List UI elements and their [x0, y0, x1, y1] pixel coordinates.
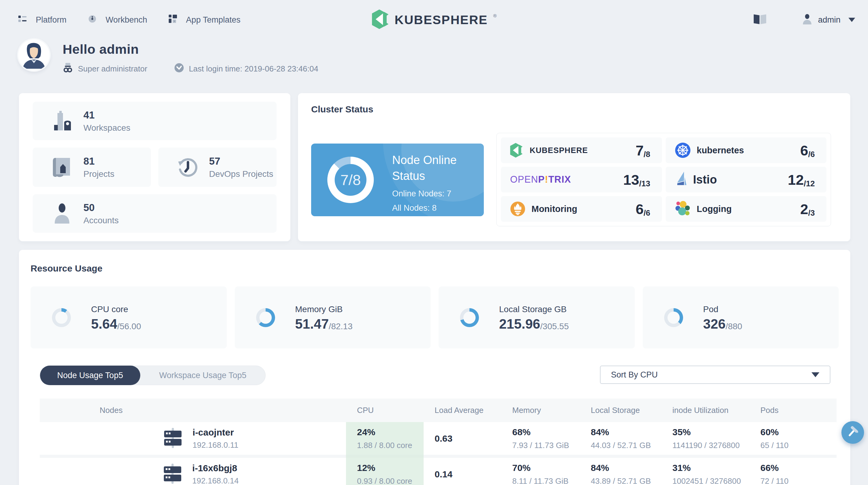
usage-tabs: Node Usage Top5 Workspace Usage Top5	[40, 365, 266, 385]
memory-detail: 8.11 / 11.73 GiB	[512, 477, 580, 485]
greeting-texts: Hello admin Super administrator Last log…	[63, 39, 318, 75]
component-total: /6	[808, 150, 815, 159]
resource-local-storage: Local Storage GB 215.96/305.55	[439, 287, 635, 349]
stat-value: 41	[84, 109, 130, 121]
stat-projects[interactable]: 81 Projects	[33, 148, 151, 187]
stat-label: Projects	[84, 169, 114, 179]
tab-workspace-usage-top5[interactable]: Workspace Usage Top5	[140, 366, 266, 385]
chevron-down-icon	[848, 18, 855, 22]
server-icon	[162, 464, 183, 485]
row-spacer	[40, 455, 837, 458]
ring-total: /56.00	[117, 322, 141, 331]
pods-cell: 66% 72 / 110	[749, 458, 837, 485]
component-count: 2/3	[800, 202, 815, 216]
table-row[interactable]: i-16x6bgj8 192.168.0.14 12% 0.93 / 8.00 …	[40, 458, 837, 485]
workspaces-icon	[48, 111, 76, 131]
cpu-percent: 12%	[357, 463, 424, 473]
node-online-status-panel: 7/8 Node Online Status Online Nodes: 7 A…	[311, 143, 484, 216]
monitoring-icon	[510, 201, 525, 217]
storage-detail: 43.89 / 52.71 GB	[591, 477, 661, 485]
node-status-texts: Node Online Status Online Nodes: 7 All N…	[392, 152, 478, 213]
ring-total: /82.13	[329, 322, 353, 331]
col-pods: Pods	[749, 406, 837, 415]
component-count: 6/6	[636, 202, 650, 216]
stat-devops-projects[interactable]: 57 DevOps Projects	[158, 148, 277, 187]
component-name: Istio	[693, 173, 717, 186]
ring-total: /305.55	[540, 322, 569, 331]
user-role: Super administrator	[63, 62, 147, 75]
ring-value: 51.47	[295, 317, 329, 331]
sort-by-dropdown[interactable]: Sort By CPU	[600, 365, 830, 384]
openpitrix-bang: !	[545, 174, 548, 185]
resource-memory: Memory GiB 51.47/82.13	[235, 287, 431, 349]
ring-value: 326	[703, 317, 725, 331]
ring-value: 215.96	[499, 317, 540, 331]
memory-cell: 70% 8.11 / 11.73 GiB	[501, 458, 580, 485]
component-name: KUBESPHERE	[530, 146, 588, 155]
component-name: Logging	[697, 204, 732, 214]
ring-total: /880	[725, 322, 742, 331]
node-usage-table: Nodes CPU Load Average Memory Local Stor…	[40, 398, 837, 485]
user-icon	[803, 14, 812, 26]
col-nodes: Nodes	[40, 406, 346, 415]
stat-label: Workspaces	[84, 123, 130, 133]
ring-label: CPU core	[91, 304, 141, 314]
ring-label: Memory GiB	[295, 304, 353, 314]
nav-platform[interactable]: Platform	[18, 15, 67, 25]
ring-texts: Pod 326/880	[703, 304, 742, 331]
component-value: 13	[623, 172, 639, 187]
clock-check-icon	[174, 63, 184, 75]
ring-texts: Local Storage GB 215.96/305.55	[499, 304, 569, 331]
documentation-icon[interactable]	[753, 14, 767, 26]
last-login: Last login time: 2019-06-28 23:46:04	[174, 63, 318, 75]
nav-app-templates[interactable]: App Templates	[169, 15, 241, 25]
stat-workspaces[interactable]: 41 Workspaces	[33, 102, 277, 140]
brand-name: KUBESPHERE	[395, 13, 488, 27]
storage-detail: 44.03 / 52.71 GB	[591, 441, 661, 450]
openpitrix-rest: TRIX	[548, 174, 571, 185]
node-status-donut: 7/8	[327, 157, 374, 203]
cpu-cell: 24% 1.88 / 8.00 core	[346, 422, 424, 455]
memory-percent: 70%	[512, 463, 580, 473]
stat-texts: 41 Workspaces	[84, 109, 130, 133]
node-ip: 192.168.0.14	[192, 476, 239, 485]
tab-node-usage-top5[interactable]: Node Usage Top5	[40, 365, 140, 385]
storage-cell: 84% 43.89 / 52.71 GB	[580, 458, 661, 485]
component-total: /13	[639, 179, 650, 188]
node-ip: 192.168.0.11	[192, 441, 238, 450]
stat-texts: 57 DevOps Projects	[209, 156, 273, 179]
component-value: 6	[636, 202, 644, 216]
server-icon	[163, 428, 183, 449]
component-count: 6/6	[800, 143, 815, 158]
component-name: kubernetes	[697, 146, 744, 156]
dashboard-page: Platform Workbench App Templates	[0, 0, 868, 485]
nav-workbench[interactable]: Workbench	[88, 15, 147, 25]
kubesphere-logo[interactable]: KUBESPHERE®	[372, 0, 496, 40]
stat-accounts[interactable]: 50 Accounts	[33, 194, 277, 233]
pod-ring	[664, 308, 683, 327]
user-menu[interactable]: admin	[803, 14, 855, 26]
inode-cell: 35% 1141190 / 3276800	[661, 422, 749, 455]
logging-icon	[675, 201, 691, 217]
greeting-title: Hello admin	[63, 42, 318, 57]
col-cpu: CPU	[346, 406, 424, 415]
user-name: admin	[818, 15, 840, 25]
col-memory: Memory	[501, 406, 580, 415]
kubesphere-icon	[510, 143, 524, 158]
workbench-icon	[88, 15, 97, 25]
stat-value: 50	[84, 202, 119, 214]
component-count: 12/12	[788, 172, 815, 187]
table-row[interactable]: i-caojnter 192.168.0.11 24% 1.88 / 8.00 …	[40, 422, 837, 455]
role-icon	[63, 62, 73, 75]
memory-detail: 7.93 / 11.73 GiB	[512, 441, 580, 450]
resource-usage-card: Resource Usage CPU core 5.64/56.00 Memor…	[19, 250, 850, 485]
ring-texts: CPU core 5.64/56.00	[91, 304, 141, 331]
toolbox-fab-button[interactable]	[841, 421, 864, 444]
greeting-meta: Super administrator Last login time: 201…	[63, 62, 318, 75]
cpu-percent: 24%	[357, 427, 424, 438]
header-right: admin	[753, 0, 855, 40]
avatar	[18, 39, 50, 70]
memory-percent: 68%	[512, 427, 580, 438]
app-templates-icon	[169, 15, 177, 25]
component-count: 7/8	[636, 143, 650, 158]
